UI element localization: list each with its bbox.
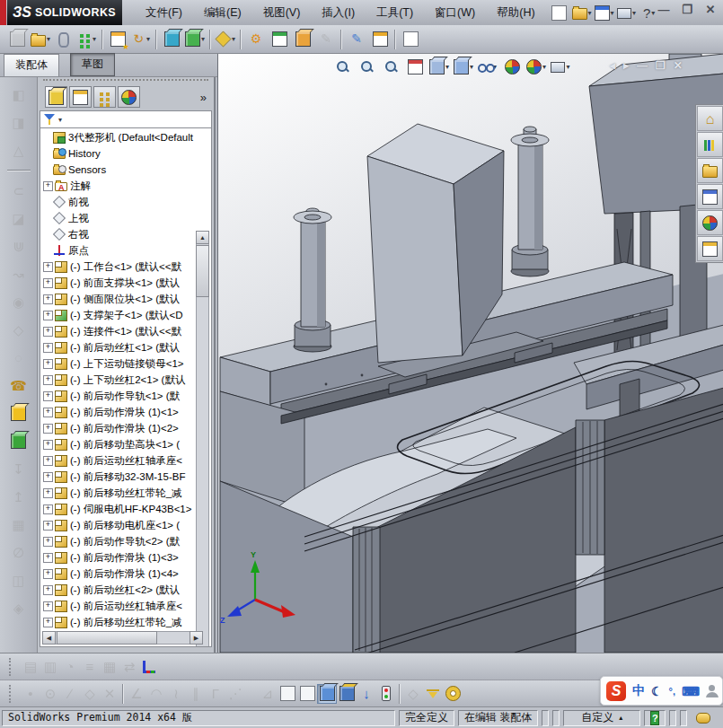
tree-item[interactable]: +(-) 工作台<1> (默认<<默 (40, 259, 211, 275)
curve-tool-icon[interactable]: ✎ (314, 28, 338, 51)
dropdown-arrow-icon[interactable]: ▾ (93, 35, 96, 43)
appearances-tab[interactable] (697, 210, 723, 235)
ghost-diamond-icon[interactable]: ◇ (403, 684, 423, 704)
dropdown-arrow-icon[interactable]: ▾ (47, 35, 50, 43)
menu-3[interactable]: 视图(V) (252, 2, 312, 24)
expand-icon[interactable]: + (43, 618, 53, 627)
corner-rectangle-icon[interactable]: Γ (206, 684, 225, 704)
doc-restore-icon[interactable]: ❐ (656, 59, 666, 72)
punctuation-toggle[interactable]: °, (669, 686, 675, 697)
tree-item[interactable]: +(-) 前后运动丝杠轴承座< (40, 598, 211, 614)
display-style-icon[interactable]: ▾ (453, 56, 474, 77)
expand-icon[interactable]: + (43, 311, 53, 320)
view-orientation-icon[interactable]: ▾ (428, 56, 450, 77)
expand-icon[interactable]: + (43, 569, 53, 579)
dropdown-arrow-icon[interactable]: ▾ (611, 9, 614, 17)
sketch-point-icon[interactable]: • (21, 684, 40, 704)
doc-previous-icon[interactable]: ◂ (610, 59, 615, 72)
doc-next-icon[interactable]: ▸ (623, 59, 629, 72)
tree-item[interactable]: +(-) 前后移动丝杠带轮_减 (40, 485, 211, 501)
split-icon[interactable]: ◉ (9, 292, 29, 311)
spline-icon[interactable]: ≀ (166, 684, 186, 704)
expand-icon[interactable]: + (43, 181, 53, 191)
tree-item[interactable]: +(-) 伺服电机HF-KP43B<1> (40, 501, 211, 517)
tangent-arc-icon[interactable]: ◠ (146, 684, 166, 704)
expand-icon[interactable]: + (43, 278, 53, 288)
mate-icon[interactable] (52, 28, 75, 51)
dropdown-arrow-icon[interactable]: ▾ (542, 63, 546, 71)
reference-triad-icon[interactable]: ⊿ (258, 684, 278, 704)
assembly-xpert-icon[interactable]: ▤ (21, 657, 40, 677)
assembly-features-icon[interactable]: ▾ (183, 28, 207, 51)
panel-drag-handle[interactable] (43, 79, 208, 85)
expand-icon[interactable]: + (43, 553, 53, 563)
traffic-light-icon[interactable] (376, 684, 396, 704)
scroll-thumb[interactable] (196, 245, 209, 297)
toolbar-drag-handle[interactable] (9, 658, 13, 676)
dropdown-arrow-icon[interactable]: ▾ (632, 9, 636, 17)
expand-icon[interactable]: + (43, 585, 53, 595)
tree-item[interactable]: +(-) 前后运动丝杠轴承座< (40, 452, 211, 469)
tree-item[interactable]: +(-) 前后动作导轨<1> (默 (40, 388, 211, 404)
tree-item[interactable]: +(-) 前后移动32-3M-15-BF (40, 469, 211, 485)
dropdown-arrow-icon[interactable]: ▾ (651, 9, 655, 17)
expand-icon[interactable]: + (43, 294, 53, 304)
new-document-icon[interactable] (550, 3, 569, 22)
assembly-visualization-icon[interactable] (268, 28, 291, 51)
tree-item[interactable]: +(-) 前后移动电机座<1> ( (40, 517, 211, 533)
tree-item[interactable]: +(-) 前后动作滑块 (1)<3> (40, 549, 211, 566)
dropdown-arrow-icon[interactable]: ▾ (201, 35, 205, 43)
configurationmanager-tab[interactable] (93, 86, 116, 108)
help-status-button[interactable]: ? (644, 710, 666, 726)
tree-item[interactable]: +(-) 前后动作滑块 (1)<4> (40, 566, 211, 582)
move-component-icon[interactable]: ↻▾ (129, 28, 153, 51)
panel-overflow-button[interactable]: » (200, 91, 207, 104)
design-library-tab[interactable] (697, 132, 723, 157)
expand-icon[interactable]: + (43, 521, 53, 531)
hide-component-icon[interactable] (9, 403, 29, 423)
tree-item[interactable]: 前视 (40, 194, 211, 210)
sketch-polygon-icon[interactable]: ◇ (80, 684, 100, 704)
scroll-up-arrow[interactable]: ▲ (196, 231, 209, 244)
tree-item[interactable]: 原点 (40, 242, 211, 259)
tree-item[interactable]: 上视 (40, 210, 211, 226)
displaymanager-tab[interactable] (118, 86, 140, 108)
show-hidden-components-icon[interactable] (160, 28, 183, 51)
section-scope-icon[interactable]: ◫ (9, 570, 29, 590)
file-explorer-tab[interactable] (697, 158, 723, 183)
freeze-icon[interactable]: ◪ (9, 208, 29, 228)
section-view-icon[interactable] (404, 56, 426, 77)
route-icon[interactable]: ↝ (9, 264, 29, 284)
tree-filter-bar[interactable]: ▾ (40, 110, 212, 128)
shaded-with-edges-icon[interactable] (317, 684, 337, 704)
sketch-circle-icon[interactable]: ⊙ (40, 684, 60, 704)
tree-vertical-scrollbar[interactable]: ▲ ▼ (196, 231, 209, 647)
expand-icon[interactable]: + (43, 343, 53, 353)
smart-fasteners-icon[interactable]: ★ (106, 28, 129, 51)
insert-components-icon[interactable] (5, 28, 29, 51)
propertymanager-tab[interactable] (69, 86, 92, 108)
grid-table-icon[interactable]: ▦ (100, 657, 119, 677)
expand-icon[interactable]: + (43, 375, 53, 385)
ime-profile-icon[interactable] (706, 685, 719, 697)
swap-order-icon[interactable]: ⇄ (119, 657, 139, 677)
tree-horizontal-scrollbar[interactable]: ◀ ▶ (42, 631, 203, 645)
expand-icon[interactable]: + (43, 601, 53, 611)
construction-line-icon[interactable]: ⋰ (225, 684, 245, 704)
save-icon[interactable]: ▾ (595, 3, 614, 22)
tab-assembly[interactable]: 装配体 (4, 54, 59, 76)
sketch-angle-icon[interactable]: ∠ (127, 684, 146, 704)
graphics-viewport[interactable]: Y Z ▾▾▾▾▾ ◂▸—❐✕ ⌂ (217, 54, 723, 653)
dropdown-arrow-icon[interactable]: ▾ (146, 35, 150, 43)
expand-icon[interactable]: + (43, 408, 53, 417)
toolbar-drag-handle-2[interactable] (9, 685, 13, 703)
custom-units-dropdown[interactable]: 自定义▴ (563, 710, 640, 726)
expand-icon[interactable]: + (43, 359, 53, 369)
soft-keyboard-icon[interactable]: ⌨ (682, 684, 700, 698)
exploded-view-icon[interactable] (291, 28, 314, 51)
print-icon[interactable]: ▾ (617, 3, 637, 22)
envelope-icon[interactable]: ◇ (9, 320, 29, 339)
minimize-button[interactable]: — (657, 3, 671, 16)
design-clipart-icon[interactable]: ◧ (9, 84, 29, 104)
isolate-icon[interactable] (399, 28, 422, 51)
